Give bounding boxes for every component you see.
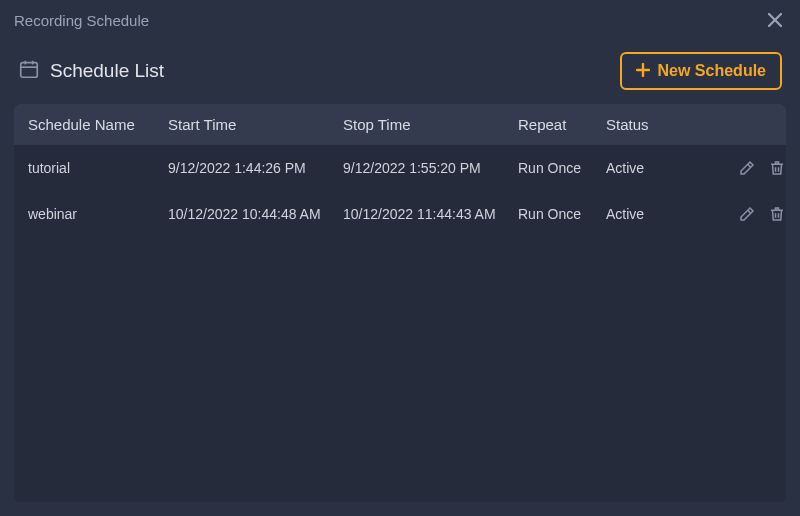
trash-icon	[768, 205, 786, 223]
cell-status: Active	[606, 160, 686, 176]
cell-start: 10/12/2022 10:44:48 AM	[168, 206, 343, 222]
cell-actions	[686, 205, 786, 223]
col-header-name: Schedule Name	[28, 116, 168, 133]
col-header-actions	[686, 116, 786, 133]
edit-button[interactable]	[738, 205, 756, 223]
plus-icon	[636, 63, 650, 80]
cell-stop: 10/12/2022 11:44:43 AM	[343, 206, 518, 222]
delete-button[interactable]	[768, 159, 786, 177]
window-title: Recording Schedule	[14, 12, 149, 29]
col-header-repeat: Repeat	[518, 116, 606, 133]
toolbar: Schedule List New Schedule	[14, 46, 786, 104]
cell-stop: 9/12/2022 1:55:20 PM	[343, 160, 518, 176]
cell-status: Active	[606, 206, 686, 222]
close-button[interactable]	[764, 8, 786, 32]
table-row: tutorial 9/12/2022 1:44:26 PM 9/12/2022 …	[14, 145, 786, 191]
cell-name: tutorial	[28, 160, 168, 176]
titlebar: Recording Schedule	[0, 0, 800, 42]
content-area: Schedule List New Schedule Schedule Name…	[0, 42, 800, 516]
delete-button[interactable]	[768, 205, 786, 223]
col-header-status: Status	[606, 116, 686, 133]
cell-name: webinar	[28, 206, 168, 222]
new-schedule-label: New Schedule	[658, 62, 766, 80]
trash-icon	[768, 159, 786, 177]
table-header-row: Schedule Name Start Time Stop Time Repea…	[14, 104, 786, 145]
cell-repeat: Run Once	[518, 206, 606, 222]
edit-icon	[738, 159, 756, 177]
cell-start: 9/12/2022 1:44:26 PM	[168, 160, 343, 176]
table-row: webinar 10/12/2022 10:44:48 AM 10/12/202…	[14, 191, 786, 237]
edit-icon	[738, 205, 756, 223]
schedule-table: Schedule Name Start Time Stop Time Repea…	[14, 104, 786, 502]
table-body: tutorial 9/12/2022 1:44:26 PM 9/12/2022 …	[14, 145, 786, 502]
new-schedule-button[interactable]: New Schedule	[620, 52, 782, 90]
svg-rect-0	[21, 63, 38, 78]
edit-button[interactable]	[738, 159, 756, 177]
cell-actions	[686, 159, 786, 177]
toolbar-left: Schedule List	[18, 58, 164, 84]
close-icon	[768, 13, 782, 27]
col-header-stop: Stop Time	[343, 116, 518, 133]
recording-schedule-window: Recording Schedule Schedule List	[0, 0, 800, 516]
cell-repeat: Run Once	[518, 160, 606, 176]
section-title: Schedule List	[50, 60, 164, 82]
calendar-icon	[18, 58, 40, 84]
col-header-start: Start Time	[168, 116, 343, 133]
